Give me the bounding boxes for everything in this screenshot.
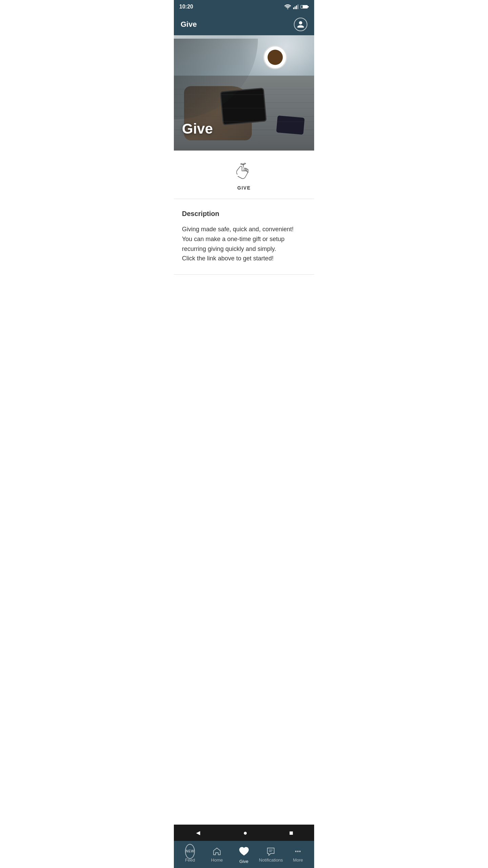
signal-icon (293, 4, 299, 9)
svg-rect-2 (294, 6, 296, 9)
hero-title: Give (182, 121, 213, 137)
hero-phone (276, 116, 305, 135)
status-time: 10:20 (179, 4, 193, 10)
status-icons (284, 4, 309, 9)
profile-button[interactable] (294, 18, 307, 31)
give-section-label[interactable]: GIVE (237, 185, 250, 191)
app-bar-title: Give (181, 20, 197, 29)
hero-arm (184, 86, 252, 140)
hero-image: Give (174, 35, 314, 151)
description-heading: Description (182, 210, 306, 218)
description-section: Description Giving made safe, quick and,… (174, 199, 314, 275)
app-bar: Give (174, 14, 314, 35)
svg-rect-4 (298, 4, 299, 9)
hero-tablet (220, 88, 267, 125)
svg-point-0 (287, 8, 288, 9)
svg-rect-3 (296, 5, 297, 9)
hero-coffee (263, 45, 287, 69)
description-body: Giving made safe, quick and, convenient!… (182, 224, 306, 263)
svg-rect-7 (308, 6, 309, 7)
status-bar: 10:20 (174, 0, 314, 14)
wifi-icon (284, 4, 291, 9)
svg-rect-1 (293, 7, 294, 9)
person-silhouette (174, 39, 258, 119)
table-lines (174, 76, 314, 151)
give-icon-section: GIVE Description Giving made safe, quick… (174, 151, 314, 336)
profile-icon (297, 20, 305, 28)
giving-hand-icon[interactable] (234, 161, 254, 182)
svg-rect-6 (301, 5, 303, 8)
battery-icon (301, 4, 309, 9)
